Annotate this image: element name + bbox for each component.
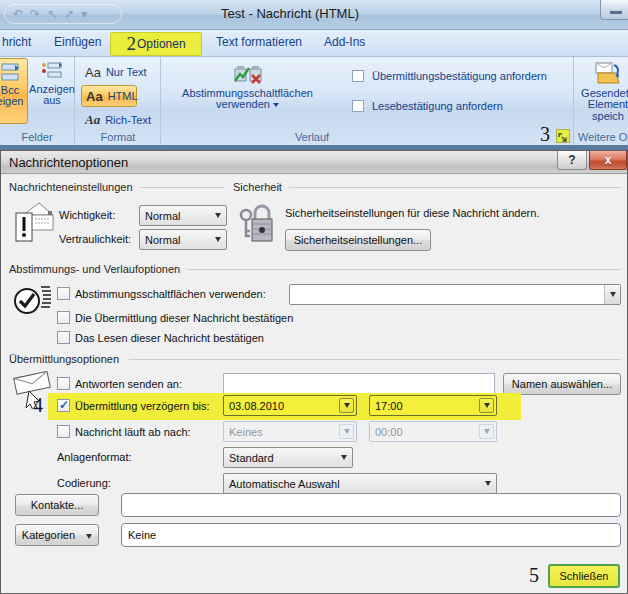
fields-icon [0,62,21,84]
annotation-5: 5 [529,564,539,587]
html-format-button[interactable]: Aa HTML [81,85,137,107]
ablauf-datum-select: Keines [223,421,357,442]
application-window: ↶ ↷ ↖ ↗ ▾ Test - Nachricht (HTML) hricht… [0,0,628,594]
abstimmungsschaltflaechen-label: Abstimmungsschaltflächen verwenden: [75,288,266,300]
close-icon[interactable]: x [589,151,627,170]
window-titlebar: ↶ ↷ ↖ ↗ ▾ Test - Nachricht (HTML) [0,0,628,30]
voting-buttons-icon [231,61,265,87]
codierung-label: Codierung: [57,477,111,489]
chevron-down-icon [86,534,92,539]
chevron-down-icon [215,237,221,242]
chevron-down-icon [484,429,490,434]
uebermittlung-verzoegern-label: Übermittlung verzögern bis: [75,400,210,412]
lesebestaetigung-checkbox[interactable] [352,100,364,112]
ribbon-group-weitere: Gesendete Element speich Weitere Opti [575,57,628,145]
anlagenformat-select[interactable]: Standard [223,447,353,468]
window-title: Test - Nachricht (HTML) [0,6,580,21]
security-lock-icon [239,201,275,247]
tab-nachricht[interactable]: hricht [2,35,31,49]
antworten-senden-label: Antworten senden an: [75,378,182,390]
ribbon-group-format: Aa Nur Text Aa HTML Aa Rich-Text Format [76,57,161,145]
kategorien-field[interactable]: Keine [121,523,621,547]
codierung-select[interactable]: Automatische Auswahl [223,473,497,494]
section-sicherheit: Sicherheit [233,181,282,193]
dropdown-arrow-icon [273,103,279,107]
bcc-anzeigen-button[interactable]: Bcc eigen [0,58,28,124]
section-uebermittlung: Übermittlungsoptionen [9,353,119,365]
namen-auswaehlen-button[interactable]: Namen auswählen... [503,373,621,395]
lesen-bestaetigen-checkbox[interactable] [57,331,70,344]
aa-italic-icon: Aa [85,112,100,128]
kontakte-field[interactable] [121,493,621,517]
tab-optionen[interactable]: 2 Optionen [110,32,202,56]
ribbon-tab-row: hricht Einfügen 2 Optionen Text formatie… [0,30,628,57]
ablauf-zeit-select: 00:00 [369,421,497,442]
sicherheit-text: Sicherheitseinstellungen für diese Nachr… [285,207,539,219]
group-label-verlauf: Verlauf [222,131,402,143]
importance-icon [13,199,55,247]
wichtigkeit-select[interactable]: Normal [139,205,227,226]
tracking-check-icon [11,279,53,321]
chevron-down-icon [610,292,616,297]
group-label-weitere: Weitere Opti [578,131,628,143]
gesendetes-element-speichern-button[interactable]: Gesendete Element speich [577,58,628,128]
abstimmungsschaltflaechen-button[interactable]: Abstimmungsschaltflächen verwenden [170,58,325,128]
chevron-down-icon [344,403,350,408]
verlauf-dialog-launcher[interactable] [556,129,570,143]
chevron-down-icon [215,213,221,218]
tab-einfuegen[interactable]: Einfügen [54,35,101,49]
abstimmungsschaltflaechen-checkbox[interactable] [57,287,70,300]
section-abstimmung: Abstimmungs- und Verlaufoptionen [9,263,180,275]
ribbon-group-felder: Bcc eigen Anzeigen aus Felder [0,57,75,145]
aa-bold-icon: Aa [86,89,103,104]
vertraulichkeit-select[interactable]: Normal [139,229,227,250]
tab-add-ins[interactable]: Add-Ins [324,35,365,49]
anzeigen-aus-button[interactable]: Anzeigen aus [30,58,74,124]
antworten-senden-checkbox[interactable] [57,377,70,390]
annotation-4: 4 [33,394,43,417]
verzoegern-datum-select[interactable]: 03.08.2010 [223,395,357,416]
section-nachrichteneinstellungen: Nachrichteneinstellungen [9,181,133,193]
dialog-launcher-icon [557,132,569,144]
annotation-2: 2 [126,33,136,55]
ribbon-group-verlauf: Abstimmungsschaltflächen verwenden Überm… [162,57,574,145]
chevron-down-icon [484,403,490,408]
nachricht-ablauf-label: Nachricht läuft ab nach: [75,426,191,438]
nur-text-button[interactable]: Aa Nur Text [81,61,157,83]
antworten-senden-input[interactable] [223,373,495,395]
sicherheitseinstellungen-button[interactable]: Sicherheitseinstellungen... [285,229,431,251]
schliessen-button[interactable]: Schließen [548,564,620,588]
aa-plain-icon: Aa [85,65,101,80]
group-label-format: Format [76,131,160,143]
kontakte-button[interactable]: Kontakte... [15,494,99,516]
annotation-3: 3 [540,123,550,146]
rich-text-button[interactable]: Aa Rich-Text [81,109,157,131]
ribbon: Bcc eigen Anzeigen aus Felder Aa Nur Tex… [0,57,628,145]
help-button[interactable]: ? [557,151,587,170]
nachricht-ablauf-checkbox[interactable] [57,425,70,438]
dialog-titlebar: Nachrichtenoptionen ? x [1,151,627,174]
anlagenformat-label: Anlagenformat: [57,451,132,463]
uebermittlung-verzoegern-checkbox[interactable] [57,399,70,412]
uebermittlung-bestaetigen-label: Die Übermittlung dieser Nachricht bestät… [75,312,293,324]
abstimmungsschaltflaechen-select[interactable] [289,284,621,305]
tab-text-formatieren[interactable]: Text formatieren [216,35,302,49]
save-sent-item-icon [592,61,624,87]
vertraulichkeit-label: Vertraulichkeit: [59,233,131,245]
kategorien-button[interactable]: Kategorien [15,524,99,546]
wichtigkeit-label: Wichtigkeit: [59,209,115,221]
uebermittlung-bestaetigen-checkbox[interactable] [57,311,70,324]
chevron-down-icon [344,429,350,434]
minimize-button[interactable] [600,0,628,20]
uebermittlungsbestaetigung-checkbox[interactable] [352,70,364,82]
chevron-down-icon [485,481,491,486]
group-label-felder: Felder [0,131,74,143]
lesen-bestaetigen-label: Das Lesen dieser Nachricht bestätigen [75,332,264,344]
dialog-title: Nachrichtenoptionen [9,155,128,170]
show-fields-icon [41,61,63,83]
chevron-down-icon [341,455,347,460]
verzoegern-zeit-select[interactable]: 17:00 [369,395,497,416]
nachrichtenoptionen-dialog: Nachrichtenoptionen ? x Nachrichteneinst… [0,150,628,594]
